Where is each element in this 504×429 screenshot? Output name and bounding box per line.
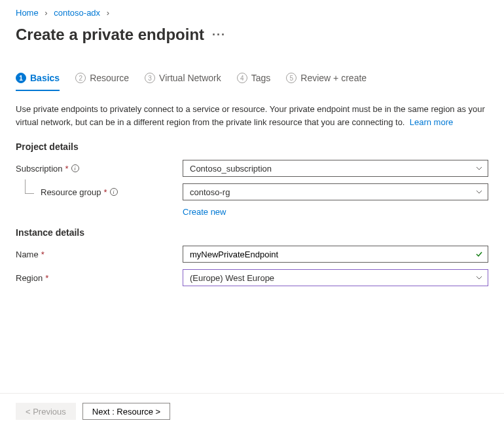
resource-group-select[interactable]: contoso-rg <box>183 183 488 200</box>
select-value: contoso-rg <box>190 187 230 197</box>
previous-button: < Previous <box>16 403 76 420</box>
page-title-row: Create a private endpoint ··· <box>0 20 504 57</box>
wizard-tabs: 1 Basics 2 Resource 3 Virtual Network 4 … <box>0 73 504 91</box>
tab-label: Tags <box>251 73 271 83</box>
more-icon[interactable]: ··· <box>212 28 226 42</box>
label-text: Name <box>16 250 39 259</box>
breadcrumb-separator: › <box>107 8 109 18</box>
name-label: Name * <box>16 250 183 259</box>
info-icon[interactable]: i <box>110 188 118 196</box>
info-icon[interactable]: i <box>71 164 79 172</box>
required-asterisk: * <box>41 250 45 259</box>
page-title: Create a private endpoint <box>16 26 204 44</box>
step-number: 3 <box>145 73 155 83</box>
instance-details-heading: Instance details <box>16 227 488 238</box>
create-new-link[interactable]: Create new <box>183 207 226 217</box>
subscription-label: Subscription * i <box>16 164 183 174</box>
required-asterisk: * <box>104 187 107 197</box>
next-button[interactable]: Next : Resource > <box>82 403 170 420</box>
tab-basics[interactable]: 1 Basics <box>16 73 60 91</box>
label-text: Subscription <box>16 164 63 174</box>
tab-label: Basics <box>30 73 60 83</box>
name-input[interactable] <box>183 246 488 263</box>
step-number: 2 <box>75 73 86 83</box>
resource-group-label: Resource group * i <box>16 187 183 197</box>
tab-label: Review + create <box>300 73 367 83</box>
select-value: (Europe) West Europe <box>190 273 274 283</box>
learn-more-link[interactable]: Learn more <box>410 117 453 127</box>
tab-label: Resource <box>90 73 129 83</box>
breadcrumb-home[interactable]: Home <box>16 8 39 18</box>
description-text: Use private endpoints to privately conne… <box>16 103 488 128</box>
select-value: Contoso_subscription <box>190 164 272 174</box>
step-number: 1 <box>16 73 26 83</box>
tab-virtual-network[interactable]: 3 Virtual Network <box>145 73 221 91</box>
tab-review-create[interactable]: 5 Review + create <box>286 73 367 91</box>
project-details-heading: Project details <box>16 141 488 152</box>
tab-tags[interactable]: 4 Tags <box>237 73 271 91</box>
tab-resource[interactable]: 2 Resource <box>75 73 129 91</box>
region-label: Region * <box>16 273 183 283</box>
subscription-select[interactable]: Contoso_subscription <box>183 160 488 177</box>
step-number: 5 <box>286 73 297 83</box>
step-number: 4 <box>237 73 247 83</box>
footer: < Previous Next : Resource > <box>0 393 504 429</box>
breadcrumb: Home › contoso-adx › <box>0 0 504 20</box>
tree-indent-line <box>25 179 34 194</box>
tab-label: Virtual Network <box>159 73 221 83</box>
region-select[interactable]: (Europe) West Europe <box>183 269 488 286</box>
breadcrumb-contoso-adx[interactable]: contoso-adx <box>54 8 100 18</box>
required-asterisk: * <box>65 164 69 174</box>
label-text: Resource group <box>41 187 101 197</box>
label-text: Region <box>16 273 43 283</box>
required-asterisk: * <box>45 273 48 283</box>
breadcrumb-separator: › <box>45 8 47 18</box>
